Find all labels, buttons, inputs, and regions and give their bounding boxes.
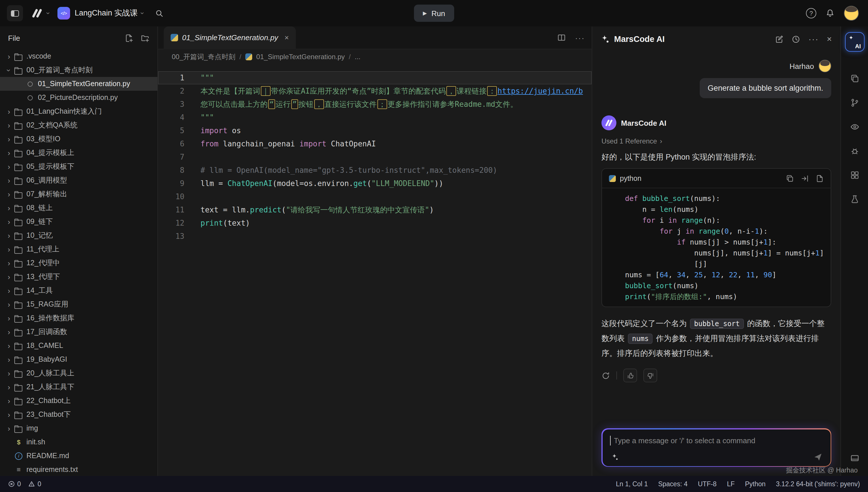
chevron-icon: ›	[5, 217, 13, 226]
send-icon[interactable]	[813, 452, 822, 461]
regenerate-icon[interactable]	[602, 371, 610, 380]
insert-code-icon[interactable]	[801, 174, 809, 182]
tree-folder-item[interactable]: ›12_代理中	[0, 256, 157, 270]
folder-icon	[14, 383, 24, 391]
split-editor-icon[interactable]	[557, 33, 566, 42]
git-branch-icon[interactable]	[845, 93, 864, 113]
copy-code-icon[interactable]	[786, 174, 794, 182]
tree-folder-item[interactable]: ›02_文档QA系统	[0, 118, 157, 132]
panel-toggle-icon[interactable]	[845, 448, 864, 468]
chevron-down-icon[interactable]: ›	[138, 12, 146, 14]
tree-file-item[interactable]: ›≡requirements.txt	[0, 463, 157, 476]
chevron-down-icon[interactable]: ›	[44, 12, 52, 14]
lab-flask-icon[interactable]	[845, 190, 864, 209]
create-file-icon[interactable]	[816, 174, 824, 182]
new-file-icon[interactable]	[125, 33, 133, 42]
bug-icon[interactable]	[845, 141, 864, 161]
tab-close-icon[interactable]: ×	[284, 33, 289, 42]
tree-folder-item[interactable]: ›14_工具	[0, 284, 157, 297]
chat-input[interactable]	[610, 435, 822, 446]
tree-folder-item[interactable]: ›08_链上	[0, 201, 157, 215]
tree-file-item[interactable]: ›$init.sh	[0, 435, 157, 449]
extensions-grid-icon[interactable]	[845, 165, 864, 185]
tree-folder-item[interactable]: ›19_BabyAGI	[0, 352, 157, 366]
ai-assistant-button[interactable]: AI	[845, 32, 864, 52]
tree-file-item[interactable]: ›README.md	[0, 449, 157, 463]
code-line: def bubble_sort(nums):	[609, 193, 824, 204]
tree-folder-item[interactable]: ›.vscode	[0, 49, 157, 63]
line-number: 4	[158, 111, 184, 124]
preview-eye-icon[interactable]	[845, 117, 864, 137]
warning-indicator[interactable]: 0	[28, 481, 41, 487]
new-folder-icon[interactable]	[141, 33, 149, 42]
tree-folder-item[interactable]: ›23_Chatbot下	[0, 408, 157, 421]
tree-folder-item[interactable]: ›img	[0, 421, 157, 435]
new-chat-icon[interactable]	[775, 35, 783, 43]
cursor-position[interactable]: Ln 1, Col 1	[616, 481, 648, 487]
user-avatar[interactable]	[844, 6, 859, 21]
tree-folder-item[interactable]: ›21_人脉工具下	[0, 380, 157, 394]
encoding[interactable]: UTF-8	[698, 481, 717, 487]
code-editor[interactable]: 1"""2本文件是【开篇词｜带你亲证AI应用开发的“奇点”时刻】章节的配套代码，…	[158, 64, 592, 476]
tree-folder-item[interactable]: ›20_人脉工具上	[0, 366, 157, 380]
tree-folder-item[interactable]: ›22_Chatbot上	[0, 394, 157, 408]
status-bar: 00 Ln 1, Col 1 Spaces: 4 UTF-8 LF Python…	[0, 476, 868, 492]
tree-folder-item[interactable]: ›07_解析输出	[0, 187, 157, 201]
tree-folder-item[interactable]: ›16_操作数据库	[0, 311, 157, 325]
thumbs-down-button[interactable]	[643, 369, 657, 383]
tree-folder-item[interactable]: ›03_模型IO	[0, 132, 157, 146]
tree-folder-item[interactable]: ›11_代理上	[0, 242, 157, 256]
breadcrumb-symbol[interactable]: ...	[355, 53, 360, 61]
tree-folder-item[interactable]: ›04_提示模板上	[0, 146, 157, 159]
notifications-icon[interactable]	[825, 8, 835, 18]
error-indicator[interactable]: 0	[8, 481, 21, 487]
eol-sequence[interactable]: LF	[727, 481, 735, 487]
line-number: 2	[158, 84, 184, 98]
inline-code-chip: nums	[628, 334, 653, 344]
tree-folder-item[interactable]: ›00_开篇词_奇点时刻	[0, 63, 157, 77]
file-compare-icon[interactable]	[845, 69, 864, 89]
assistant-name: MarsCode AI	[621, 119, 666, 127]
run-button[interactable]: ▶ Run	[414, 5, 454, 22]
tree-folder-item[interactable]: ›05_提示模板下	[0, 159, 157, 173]
tree-folder-item[interactable]: ›06_调用模型	[0, 173, 157, 187]
python-interpreter[interactable]: 3.12.2 64-bit ('shims': pyenv)	[776, 481, 860, 487]
help-icon[interactable]: ?	[806, 8, 816, 18]
tree-folder-item[interactable]: ›10_记忆	[0, 228, 157, 242]
tree-folder-item[interactable]: ›18_CAMEL	[0, 339, 157, 352]
ai-spark-icon[interactable]	[610, 453, 618, 461]
more-icon[interactable]: ···	[808, 35, 819, 43]
folder-icon	[14, 300, 24, 309]
indentation[interactable]: Spaces: 4	[658, 481, 687, 487]
breadcrumb-file[interactable]: 01_SimpleTextGeneration.py	[256, 53, 345, 61]
line-number: 12	[158, 217, 184, 230]
language-mode[interactable]: Python	[745, 481, 766, 487]
tree-item-label: img	[26, 424, 38, 432]
tree-folder-item[interactable]: ›09_链下	[0, 215, 157, 228]
thumbs-up-button[interactable]	[623, 369, 637, 383]
tree-folder-item[interactable]: ›15_RAG应用	[0, 297, 157, 311]
code-line: if nums[j] > nums[j+1]:	[609, 237, 824, 247]
assistant-avatar	[602, 115, 616, 130]
reference-link[interactable]: Used 1 Reference ›	[602, 137, 662, 145]
chevron-icon: ›	[5, 176, 13, 184]
editor-tab[interactable]: 01_SimpleTextGeneration.py ×	[164, 26, 296, 49]
sidebar-toggle-button[interactable]	[7, 5, 23, 21]
tree-folder-item[interactable]: ›17_回调函数	[0, 325, 157, 339]
chevron-icon: ›	[5, 410, 13, 419]
tree-folder-item[interactable]: ›13_代理下	[0, 270, 157, 284]
history-icon[interactable]	[792, 35, 800, 43]
editor-more-icon[interactable]: ···	[575, 33, 585, 42]
folder-icon	[14, 66, 24, 74]
line-number: 1	[158, 71, 184, 84]
search-icon[interactable]	[155, 9, 163, 18]
breadcrumb-folder[interactable]: 00_开篇词_奇点时刻	[172, 52, 235, 62]
close-panel-icon[interactable]: ×	[827, 35, 832, 43]
tree-file-item[interactable]: ›02_PictureDescription.py	[0, 91, 157, 104]
marscode-ide: › </> LangChain 实战课 › ▶ Run ? File	[0, 0, 868, 492]
chevron-icon: ›	[5, 314, 13, 322]
tree-file-item[interactable]: ›01_SimpleTextGeneration.py	[0, 77, 157, 91]
tree-folder-item[interactable]: ›01_LangChain快速入门	[0, 104, 157, 118]
project-name[interactable]: LangChain 实战课	[75, 8, 138, 18]
problems-indicators[interactable]: 00	[8, 481, 41, 487]
